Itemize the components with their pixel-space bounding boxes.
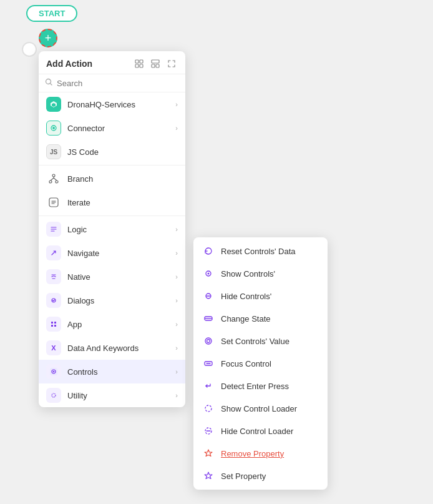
navigate-icon [46, 245, 61, 260]
submenu-item-reset-controls-data[interactable]: Reset Controls' Data [193, 240, 328, 262]
layout-icon[interactable] [149, 57, 162, 70]
search-icon [45, 78, 53, 88]
menu-item-navigate[interactable]: Navigate › [39, 241, 185, 265]
svg-rect-4 [152, 60, 159, 63]
submenu-item-show-control-loader[interactable]: Show Control Loader [193, 397, 328, 420]
jscode-icon: JS [46, 144, 61, 159]
svg-rect-23 [54, 325, 56, 327]
node-circle [22, 42, 37, 57]
chevron-right-icon: › [175, 392, 178, 399]
svg-rect-5 [152, 64, 155, 67]
svg-point-11 [49, 180, 52, 183]
header-icons [133, 57, 178, 70]
add-action-trigger[interactable]: + [39, 29, 57, 47]
dronahq-icon [46, 97, 61, 112]
iterate-icon [46, 195, 61, 210]
submenu-item-show-controls[interactable]: Show Controls' [193, 262, 328, 285]
branch-icon [46, 171, 61, 186]
menu-item-native[interactable]: Native › [39, 265, 185, 289]
menu-item-controls[interactable]: Controls › [39, 360, 185, 383]
svg-rect-2 [135, 64, 139, 67]
show-control-loader-icon [202, 402, 215, 415]
chevron-right-icon: › [175, 124, 178, 132]
svg-point-34 [207, 340, 210, 343]
svg-rect-0 [135, 60, 139, 63]
menu-item-utility[interactable]: Utility › [39, 383, 185, 407]
menu-item-data-keywords[interactable]: X Data And Keywords › [39, 336, 185, 360]
chevron-right-icon: › [175, 320, 178, 328]
svg-rect-19 [50, 320, 57, 328]
submenu-item-detect-enter-press[interactable]: Detect Enter Press [193, 375, 328, 397]
submenu-item-set-property[interactable]: Set Property [193, 465, 328, 487]
search-input[interactable] [57, 79, 179, 88]
submenu-item-hide-controls[interactable]: Hide Controls' [193, 285, 328, 307]
submenu-item-focus-control[interactable]: Focus Control [193, 352, 328, 375]
menu-item-connector[interactable]: Connector › [39, 116, 185, 140]
reset-controls-data-icon [202, 245, 215, 257]
chevron-right-icon: › [175, 297, 178, 304]
dialogs-icon [46, 293, 61, 308]
svg-rect-16 [50, 273, 57, 280]
show-controls-icon [202, 267, 215, 280]
submenu-item-remove-property[interactable]: Remove Property [193, 442, 328, 465]
svg-rect-21 [54, 322, 56, 324]
svg-rect-6 [156, 64, 159, 67]
svg-rect-20 [51, 322, 53, 324]
menu-item-dronahq[interactable]: DronaHQ-Services › [39, 92, 185, 116]
submenu-item-hide-control-loader[interactable]: Hide Control Loader [193, 420, 328, 442]
chevron-right-icon: › [175, 225, 178, 233]
panel-title: Add Action [46, 59, 92, 69]
expand-icon[interactable] [165, 57, 178, 70]
hide-controls-icon [202, 290, 215, 302]
submenu-panel: Reset Controls' Data Show Controls' Hide… [193, 237, 328, 490]
native-icon [46, 269, 61, 284]
connector-icon [46, 121, 61, 136]
chevron-right-icon: › [175, 368, 178, 375]
svg-rect-3 [140, 64, 143, 67]
svg-point-26 [53, 371, 54, 372]
utility-icon [46, 388, 61, 403]
remove-property-icon [202, 447, 215, 460]
hide-control-loader-icon [202, 425, 215, 437]
controls-icon [46, 364, 61, 379]
svg-point-9 [52, 127, 55, 129]
svg-point-30 [208, 273, 210, 275]
canvas-area: START + Add Action [0, 0, 433, 504]
set-controls-value-icon [202, 335, 215, 347]
chevron-right-icon: › [175, 344, 178, 352]
svg-point-36 [205, 405, 212, 412]
menu-item-iterate[interactable]: Iterate [39, 190, 185, 214]
svg-point-10 [52, 174, 55, 177]
menu-item-app[interactable]: App › [39, 312, 185, 336]
grid-view-icon[interactable] [133, 57, 145, 70]
submenu-item-change-state[interactable]: Change State [193, 307, 328, 330]
chevron-right-icon: › [175, 101, 178, 108]
svg-point-12 [56, 180, 58, 183]
svg-rect-27 [50, 392, 57, 399]
data-keywords-icon: X [46, 340, 61, 355]
submenu-item-set-controls-value[interactable]: Set Controls' Value [193, 330, 328, 352]
menu-item-dialogs[interactable]: Dialogs › [39, 289, 185, 312]
set-property-icon [202, 470, 215, 482]
chevron-right-icon: › [175, 249, 178, 257]
detect-enter-press-icon [202, 380, 215, 392]
add-action-panel: Add Action [39, 51, 185, 407]
menu-item-logic[interactable]: Logic › [39, 217, 185, 241]
svg-point-33 [205, 338, 212, 344]
panel-header: Add Action [39, 51, 185, 74]
app-icon [46, 317, 61, 332]
svg-rect-22 [51, 325, 53, 327]
start-button[interactable]: START [26, 5, 77, 22]
divider [39, 165, 185, 166]
search-box [39, 74, 185, 92]
svg-rect-1 [140, 60, 143, 63]
menu-item-branch[interactable]: Branch [39, 167, 185, 190]
focus-control-icon [202, 357, 215, 370]
change-state-icon [202, 312, 215, 325]
chevron-right-icon: › [175, 273, 178, 280]
menu-item-jscode[interactable]: JS JS Code [39, 140, 185, 164]
divider [39, 215, 185, 216]
logic-icon [46, 222, 61, 237]
